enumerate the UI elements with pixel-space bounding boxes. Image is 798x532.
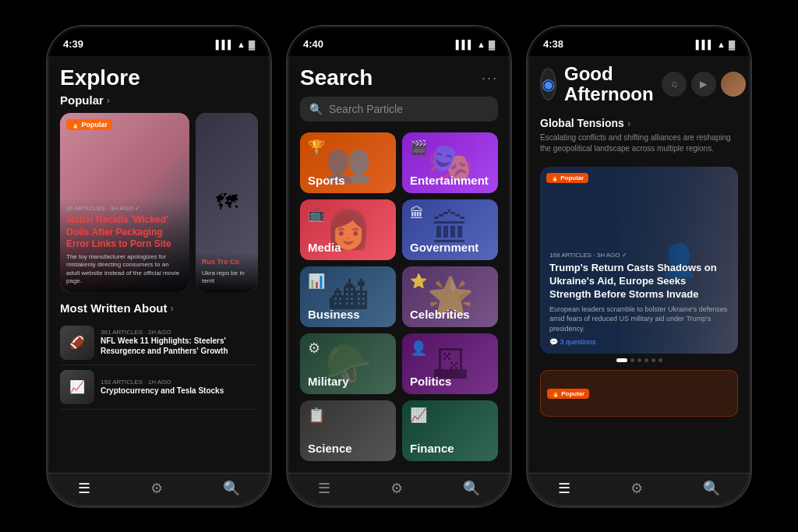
battery-icon-3: ▓	[729, 40, 735, 49]
bottom-nav-3: ☰ ⚙ 🔍	[528, 473, 750, 506]
time-1: 4:39	[63, 38, 83, 50]
time-3: 4:38	[543, 38, 563, 50]
small-featured-card[interactable]: P 🗺 Rus Tro Co Ukra repo be in territ	[196, 113, 258, 292]
battery-icon: ▓	[249, 40, 255, 49]
finance-label: Finance	[410, 442, 454, 455]
list-meta-1: 192 ARTICLES · 1H AGO	[101, 379, 258, 386]
status-icons-1: ▌▌▌ ▲ ▓	[216, 40, 255, 49]
wifi-icon-3: ▲	[717, 40, 726, 49]
bottom-nav-1: ☰ ⚙ 🔍	[48, 473, 270, 506]
finance-icon: 📈	[410, 407, 427, 424]
most-written-section: Most Written About › 🏈 361 ARTICLES · 2H…	[60, 301, 258, 410]
business-label: Business	[308, 308, 360, 321]
government-label: Government	[410, 241, 478, 254]
category-media[interactable]: 📺 👩 Media	[300, 199, 396, 260]
small-card-title: Rus Tro Co	[202, 258, 252, 267]
status-bar-1: 4:39 ▌▌▌ ▲ ▓	[48, 26, 270, 56]
popular-section-header: Popular ›	[60, 93, 258, 107]
list-thumb-0: 🏈	[60, 326, 94, 360]
category-politics[interactable]: 👤 🗳 Politics	[402, 333, 498, 394]
entertainment-icon: 🎬	[410, 139, 427, 156]
main-featured-card[interactable]: 🔥 Popular 66 ARTICLES · 3H AGO ✓ Mattel …	[60, 113, 189, 292]
list-meta-0: 361 ARTICLES · 2H AGO	[101, 329, 258, 336]
dynamic-island-1	[124, 31, 194, 48]
nav-feed-icon[interactable]: ☰	[78, 480, 90, 497]
news-controls: ♫ ▶	[662, 72, 746, 97]
category-sports[interactable]: 🏆 👥 Sports	[300, 132, 396, 193]
time-2: 4:40	[303, 38, 323, 50]
popular-label: Popular	[60, 93, 104, 107]
category-science[interactable]: 📋 Science	[300, 400, 396, 461]
dot-4	[644, 358, 648, 362]
bottom-nav-2: ☰ ⚙ 🔍	[288, 473, 510, 506]
nav-search-icon[interactable]: 🔍	[223, 480, 240, 497]
avatar[interactable]	[721, 72, 746, 97]
greeting-text: Good Afternoon	[564, 64, 654, 105]
tensions-title: Global Tensions	[540, 117, 624, 129]
status-bar-3: 4:38 ▌▌▌ ▲ ▓	[528, 26, 750, 56]
dot-5	[651, 358, 655, 362]
small-promo-card[interactable]: 🔥 Popular	[540, 370, 738, 417]
category-military[interactable]: ⚙ 🪖 Military	[300, 333, 396, 394]
categories-grid: 🏆 👥 Sports 🎬 🎭 Entertainment 📺 👩 Media	[300, 132, 498, 461]
more-button[interactable]: ···	[482, 70, 498, 86]
popular-arrow: ›	[107, 94, 110, 106]
battery-icon-2: ▓	[489, 40, 495, 49]
category-celebrities[interactable]: ⭐ 🌟 Celebrities	[402, 266, 498, 327]
list-text-0: 361 ARTICLES · 2H AGO NFL Week 11 Highli…	[101, 329, 258, 356]
global-tensions-section: Global Tensions › Escalating conflicts a…	[528, 111, 750, 160]
list-item[interactable]: 🏈 361 ARTICLES · 2H AGO NFL Week 11 High…	[60, 321, 258, 365]
politics-icon: 👤	[410, 340, 427, 357]
nav-explore-icon[interactable]: ⚙	[150, 480, 163, 497]
dot-1	[616, 358, 627, 362]
list-item[interactable]: 📈 192 ARTICLES · 1H AGO Cryptocurrency a…	[60, 365, 258, 410]
logo-icon: ◉	[542, 75, 555, 93]
government-icon: 🏛	[410, 206, 424, 222]
nav-search-icon-2[interactable]: 🔍	[463, 480, 480, 497]
list-title-0: NFL Week 11 Highlights: Steelers' Resurg…	[101, 336, 258, 356]
science-label: Science	[308, 442, 352, 455]
politics-label: Politics	[410, 375, 451, 388]
entertainment-label: Entertainment	[410, 174, 489, 187]
news-card-questions[interactable]: 💬 3 questions	[549, 338, 729, 346]
explore-screen: Explore Popular › 🔥 Popular 66 ARTICLES …	[48, 56, 270, 473]
category-entertainment[interactable]: 🎬 🎭 Entertainment	[402, 132, 498, 193]
status-icons-2: ▌▌▌ ▲ ▓	[456, 40, 495, 49]
small-card-row: 🔥 Popular	[528, 370, 750, 417]
search-bar[interactable]: 🔍 Search Particle	[300, 97, 498, 122]
category-business[interactable]: 📊 🏙 Business	[300, 266, 396, 327]
play-button[interactable]: ▶	[691, 72, 716, 97]
featured-cards-row: 🔥 Popular 66 ARTICLES · 3H AGO ✓ Mattel …	[60, 113, 258, 292]
dot-6	[659, 358, 662, 362]
search-title: Search	[300, 65, 373, 90]
greeting-line2: Afternoon	[564, 83, 654, 104]
phone-explore: 4:39 ▌▌▌ ▲ ▓ Explore Popular › 🔥 Popular	[46, 25, 272, 508]
business-icon: 📊	[308, 273, 325, 290]
wifi-icon: ▲	[237, 40, 245, 49]
nav-explore-icon-3[interactable]: ⚙	[630, 480, 643, 497]
signal-icon: ▌▌▌	[216, 40, 234, 49]
nav-explore-icon-2[interactable]: ⚙	[390, 480, 403, 497]
list-thumb-1: 📈	[60, 370, 94, 404]
audio-button[interactable]: ♫	[662, 72, 687, 97]
questions-text: 💬 3 questions	[549, 338, 596, 346]
main-news-card[interactable]: 👤 🔥 Popular 168 ARTICLES · 3H AGO ✓ Trum…	[540, 167, 738, 354]
app-logo: ◉	[540, 68, 556, 100]
nav-feed-icon-3[interactable]: ☰	[558, 480, 570, 497]
nav-search-icon-3[interactable]: 🔍	[703, 480, 720, 497]
military-icon: ⚙	[308, 340, 320, 357]
dynamic-island-2	[364, 31, 434, 48]
category-government[interactable]: 🏛 🏛 Government	[402, 199, 498, 260]
tensions-header: Global Tensions ›	[540, 117, 738, 129]
category-finance[interactable]: 📈 Finance	[402, 400, 498, 461]
nav-feed-icon-2[interactable]: ☰	[318, 480, 330, 497]
sports-label: Sports	[308, 174, 345, 187]
small-card-content: 🗺 Rus Tro Co Ukra repo be in territ	[196, 113, 258, 292]
celebrities-icon: ⭐	[410, 273, 427, 290]
news-card-content: 168 ARTICLES · 3H AGO ✓ Trump's Return C…	[540, 244, 738, 354]
pagination-dots	[528, 354, 750, 367]
tensions-arrow: ›	[627, 118, 630, 129]
card-meta-text: 66 ARTICLES · 3H AGO ✓	[66, 205, 183, 212]
search-header: Search ···	[300, 65, 498, 90]
wifi-icon-2: ▲	[477, 40, 486, 49]
